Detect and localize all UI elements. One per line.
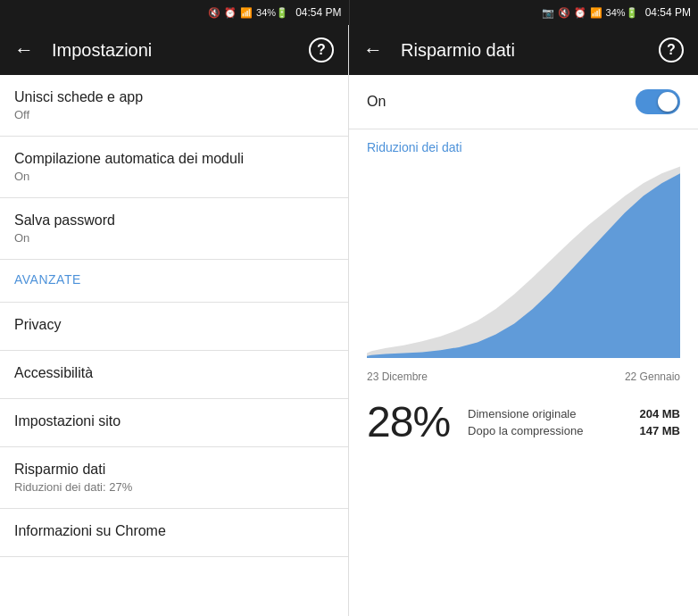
stat-compressed-value: 147 MB: [639, 424, 680, 437]
right-header: ← Risparmio dati ?: [349, 25, 698, 75]
settings-item-password[interactable]: Salva password On: [0, 198, 348, 260]
data-saver-content: On Riduzioni dei dati 23 Dicembre 22 Gen…: [349, 75, 698, 616]
settings-item-informazioni[interactable]: Informazioni su Chrome: [0, 509, 348, 557]
section-title-riduzioni: Riduzioni dei dati: [349, 129, 698, 162]
left-panel: ← Impostazioni ? Unisci schede e app Off…: [0, 25, 349, 616]
settings-list: Unisci schede e app Off Compilazione aut…: [0, 75, 348, 616]
chart-start-label: 23 Dicembre: [367, 370, 428, 383]
data-chart: [367, 162, 680, 358]
settings-item-accessibilita[interactable]: Accessibilità: [0, 351, 348, 399]
stats-row: 28% Dimensione originale 204 MB Dopo la …: [349, 387, 698, 457]
settings-title-unisci: Unisci schede e app: [14, 89, 334, 105]
stat-compressed-label: Dopo la compressione: [468, 424, 583, 437]
right-status-bar: 📷 🔇 ⏰ 📶 34%🔋 04:54 PM: [350, 0, 699, 25]
wifi-icon-right: 📶: [590, 7, 602, 19]
right-back-button[interactable]: ←: [363, 38, 383, 62]
settings-title-risparmio-dati: Risparmio dati: [14, 462, 334, 478]
settings-title-impostazioni-sito: Impostazioni sito: [14, 413, 334, 429]
stat-original: Dimensione originale 204 MB: [468, 407, 680, 420]
toggle-row: On: [349, 75, 698, 129]
mute-icon: 🔇: [208, 7, 220, 19]
stat-original-label: Dimensione originale: [468, 407, 576, 420]
mute-icon-right: 🔇: [558, 7, 570, 19]
battery-icon-right: 34%🔋: [606, 7, 638, 19]
wifi-icon: 📶: [240, 7, 253, 19]
data-saver-toggle[interactable]: [636, 89, 680, 114]
settings-item-avanzate[interactable]: Avanzate: [0, 260, 348, 303]
left-status-bar: 🔇 ⏰ 📶 34%🔋 04:54 PM: [0, 0, 350, 25]
main-panels: ← Impostazioni ? Unisci schede e app Off…: [0, 25, 698, 616]
right-time: 04:54 PM: [645, 6, 691, 19]
settings-item-privacy[interactable]: Privacy: [0, 303, 348, 351]
settings-item-risparmio-dati[interactable]: Risparmio dati Riduzioni dei dati: 27%: [0, 447, 348, 509]
battery-icon: 34%🔋: [256, 7, 288, 19]
settings-subtitle-unisci: Off: [14, 108, 334, 121]
settings-title-password: Salva password: [14, 212, 334, 229]
settings-subtitle-risparmio-dati: Riduzioni dei dati: 27%: [14, 480, 334, 494]
settings-item-compilazione[interactable]: Compilazione automatica dei moduli On: [0, 137, 348, 198]
alarm-icon-right: ⏰: [574, 7, 586, 19]
right-panel: ← Risparmio dati ? On Riduzioni dei dati…: [349, 25, 698, 616]
right-header-title: Risparmio dati: [401, 40, 641, 61]
settings-title-accessibilita: Accessibilità: [14, 365, 334, 381]
left-time: 04:54 PM: [295, 6, 341, 19]
left-header: ← Impostazioni ?: [0, 25, 348, 75]
status-bar: 🔇 ⏰ 📶 34%🔋 04:54 PM 📷 🔇 ⏰ 📶 34%🔋 04:54 P…: [0, 0, 698, 25]
settings-title-informazioni: Informazioni su Chrome: [14, 523, 334, 539]
left-header-title: Impostazioni: [52, 40, 291, 61]
stat-compressed: Dopo la compressione 147 MB: [468, 424, 680, 437]
toggle-label: On: [367, 94, 386, 110]
settings-title-privacy: Privacy: [14, 317, 334, 333]
right-help-button[interactable]: ?: [659, 37, 684, 62]
settings-title-compilazione: Compilazione automatica dei moduli: [14, 151, 334, 167]
left-help-button[interactable]: ?: [309, 37, 334, 62]
settings-subtitle-password: On: [14, 231, 334, 245]
stats-detail: Dimensione originale 204 MB Dopo la comp…: [468, 407, 680, 437]
camera-icon-right: 📷: [542, 7, 554, 19]
settings-subtitle-compilazione: On: [14, 170, 334, 183]
settings-item-unisci[interactable]: Unisci schede e app Off: [0, 75, 348, 137]
chart-end-label: 22 Gennaio: [625, 370, 680, 383]
settings-title-avanzate: Avanzate: [14, 272, 334, 287]
chart-labels: 23 Dicembre 22 Gennaio: [349, 367, 698, 387]
savings-percent: 28%: [367, 397, 450, 446]
stat-original-value: 204 MB: [639, 407, 680, 420]
left-back-button[interactable]: ←: [14, 38, 34, 62]
alarm-icon: ⏰: [224, 7, 237, 19]
settings-item-impostazioni-sito[interactable]: Impostazioni sito: [0, 399, 348, 447]
